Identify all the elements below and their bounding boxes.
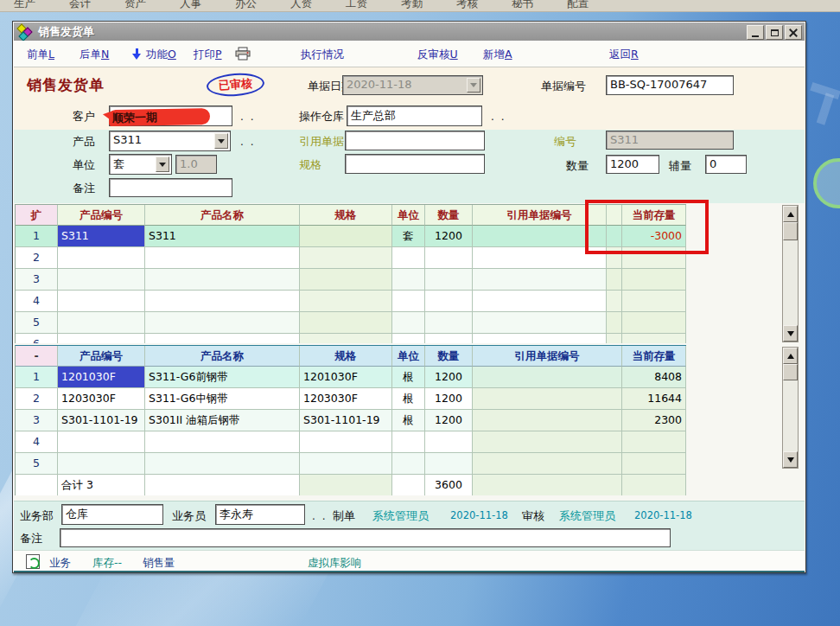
grid-cell[interactable] <box>392 312 425 334</box>
grid-cell[interactable]: S301-1101-19 <box>58 410 145 431</box>
grid-cell[interactable] <box>145 453 300 475</box>
grid-cell[interactable] <box>425 247 473 269</box>
refresh-doc-icon[interactable] <box>26 554 40 569</box>
grid-cell[interactable]: 1200 <box>425 388 473 410</box>
grid-cell[interactable] <box>622 312 686 334</box>
row-number[interactable]: 3 <box>16 410 58 431</box>
execution-status-button[interactable]: 执行情况 <box>301 48 344 62</box>
menu-item[interactable]: 人事 <box>180 0 201 11</box>
row-number[interactable]: 2 <box>16 247 58 269</box>
grid-cell[interactable] <box>473 312 607 334</box>
chevron-down-icon[interactable] <box>214 133 228 149</box>
grid-cell[interactable] <box>473 367 622 388</box>
header-product-name[interactable]: 产品名称 <box>145 346 300 367</box>
grid-cell[interactable] <box>300 247 392 269</box>
grid-cell[interactable] <box>145 247 300 269</box>
grid-cell[interactable]: 2300 <box>622 410 686 431</box>
grid-cell[interactable] <box>425 312 473 334</box>
tab-inventory[interactable]: 库存-- <box>92 556 122 571</box>
grid-cell[interactable]: 根 <box>392 410 425 431</box>
add-new-button[interactable]: 新增A <box>483 48 512 62</box>
grid-cell[interactable] <box>607 226 622 247</box>
header-expand[interactable]: 扩 <box>16 205 58 226</box>
grid-cell[interactable] <box>473 453 622 475</box>
grid-cell[interactable] <box>473 291 607 312</box>
close-button[interactable] <box>785 25 802 40</box>
grid-cell[interactable] <box>392 334 425 343</box>
grid-cell[interactable] <box>622 291 686 312</box>
scroll-down-icon[interactable] <box>783 325 798 342</box>
spec-input[interactable] <box>345 154 485 174</box>
header-current-stock[interactable]: 当前存量 <box>622 205 686 226</box>
row-number[interactable]: 5 <box>16 312 58 334</box>
chevron-down-icon[interactable] <box>156 156 169 172</box>
grid-cell[interactable] <box>58 431 145 453</box>
scroll-up-icon[interactable] <box>783 206 798 222</box>
grid-cell[interactable]: 8408 <box>622 367 686 388</box>
maximize-button[interactable] <box>766 25 783 40</box>
header-ref-doc-no[interactable]: 引用单据编号 <box>473 205 607 226</box>
menu-item[interactable]: 人资 <box>290 0 312 11</box>
grid-cell[interactable]: S301-1101-19 <box>300 410 392 431</box>
window-titlebar[interactable]: 销售发货单 <box>14 22 805 41</box>
grid-cell[interactable] <box>425 431 473 453</box>
header-qty[interactable]: 数量 <box>425 205 473 226</box>
grid-cell[interactable] <box>145 269 300 291</box>
grid-cell[interactable] <box>607 334 622 343</box>
tab-sales-volume[interactable]: 销售量 <box>143 556 175 571</box>
menu-item[interactable]: 秘书 <box>512 0 533 11</box>
function-menu-button[interactable]: 功能O <box>146 48 176 62</box>
grid-cell[interactable] <box>58 269 145 291</box>
grid-cell[interactable]: S301II 油箱后钢带 <box>145 410 300 431</box>
grid-cell[interactable] <box>473 431 622 453</box>
grid-cell[interactable]: S311-G6中钢带 <box>145 388 300 410</box>
footer-memo-input[interactable] <box>60 528 671 547</box>
grid-cell[interactable] <box>622 269 686 291</box>
grid-cell[interactable] <box>425 334 473 343</box>
warehouse-input[interactable]: 生产总部 <box>347 105 482 126</box>
grid-cell[interactable]: 1201030F <box>300 367 392 388</box>
menu-item[interactable]: 考核 <box>456 0 478 11</box>
header-unit[interactable]: 单位 <box>392 346 425 367</box>
scrollbar-thumb[interactable] <box>783 364 798 380</box>
grid-cell[interactable]: 套 <box>392 226 425 247</box>
memo-input[interactable] <box>109 178 232 197</box>
grid-cell[interactable] <box>622 334 686 343</box>
dept-input[interactable]: 仓库 <box>61 504 163 525</box>
product-browse-button[interactable]: . . <box>240 136 255 148</box>
grid-cell[interactable] <box>58 453 145 475</box>
menu-item[interactable]: 生产 <box>14 0 35 11</box>
grid-cell[interactable] <box>607 247 622 269</box>
menu-item[interactable]: 资产 <box>124 0 146 11</box>
grid-cell[interactable] <box>473 226 607 247</box>
upper-grid-scrollbar[interactable] <box>782 205 799 342</box>
grid-cell-selected[interactable]: S311 <box>58 226 145 247</box>
menu-item[interactable]: 工资 <box>346 0 367 11</box>
grid-cell[interactable] <box>300 312 392 334</box>
header-product-name[interactable]: 产品名称 <box>145 205 300 226</box>
header-collapse[interactable]: - <box>16 346 58 367</box>
menu-item[interactable]: 办公 <box>235 0 257 11</box>
header-unit[interactable]: 单位 <box>392 205 425 226</box>
grid-cell[interactable] <box>300 453 392 475</box>
grid-cell[interactable] <box>473 410 622 431</box>
grid-cell[interactable] <box>607 269 622 291</box>
menu-item[interactable]: 配置 <box>567 0 589 11</box>
row-number[interactable]: 3 <box>16 269 58 291</box>
grid-cell[interactable]: 11644 <box>622 388 686 410</box>
grid-cell[interactable] <box>392 269 425 291</box>
grid-cell-negative-stock[interactable]: -3000 <box>622 226 686 247</box>
header-product-code[interactable]: 产品编号 <box>58 205 145 226</box>
return-button[interactable]: 返回R <box>609 48 639 62</box>
grid-cell[interactable] <box>392 453 425 475</box>
customer-browse-button[interactable]: . . <box>240 111 255 123</box>
row-number[interactable]: 1 <box>16 367 58 388</box>
grid-cell[interactable]: 根 <box>392 367 425 388</box>
product-combobox[interactable]: S311 <box>109 131 231 151</box>
grid-cell[interactable] <box>145 334 300 343</box>
grid-cell[interactable] <box>425 453 473 475</box>
grid-cell[interactable] <box>622 453 686 475</box>
tab-virtual-stock-impact[interactable]: 虚拟库影响 <box>308 556 362 571</box>
clerk-input[interactable]: 李永寿 <box>215 504 305 525</box>
header-spec[interactable]: 规格 <box>300 346 392 367</box>
